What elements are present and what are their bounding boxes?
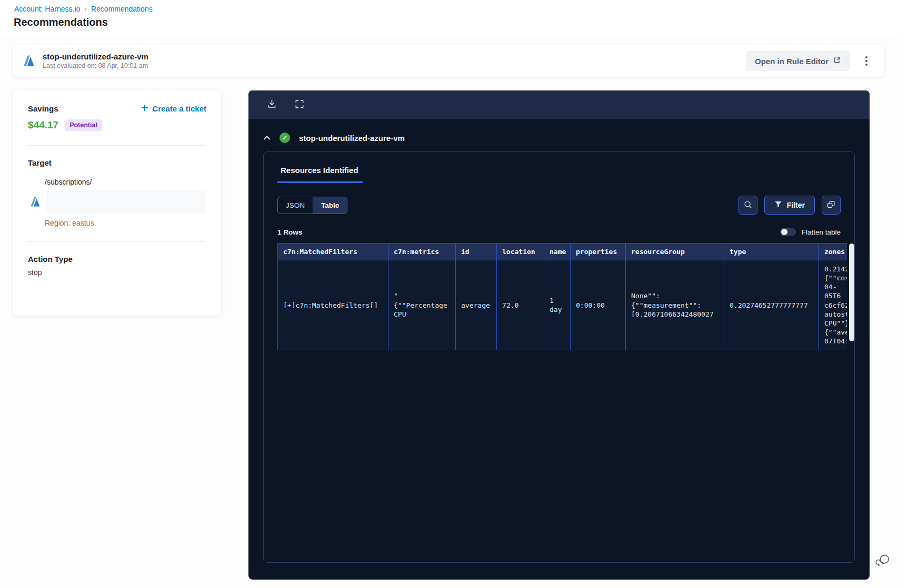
filter-icon [774, 200, 782, 210]
table-cell: 0.20274652777777777 [724, 260, 819, 350]
fullscreen-icon [294, 99, 305, 111]
tab-resources-identified[interactable]: Resources Identified [277, 165, 363, 183]
flatten-table-toggle[interactable] [780, 228, 796, 236]
table-header-row: c7n:MatchedFilters c7n:metrics id locati… [278, 244, 847, 260]
azure-icon [22, 54, 36, 68]
create-ticket-button[interactable]: Create a ticket [141, 104, 206, 113]
column-header: properties [571, 244, 626, 260]
create-ticket-label: Create a ticket [152, 104, 206, 113]
divider [28, 145, 206, 146]
breadcrumb-account-link[interactable]: Account: Harness.io [14, 5, 80, 13]
details-card: Savings Create a ticket $44.17 Potential… [13, 90, 221, 316]
target-region: Region: eastus [45, 219, 206, 227]
table-cell: 0:00:00 [571, 260, 626, 350]
resources-card: Resources Identified JSON Table [263, 151, 855, 563]
download-icon [266, 98, 277, 111]
column-header: c7n:metrics [388, 244, 456, 260]
recommendation-last-evaluated: Last evaluated on: 08 Apr, 10:01 am [43, 62, 148, 70]
breadcrumb-separator-icon: › [84, 5, 87, 13]
target-path: /subscriptions/ [45, 178, 206, 186]
download-button[interactable] [266, 98, 277, 111]
breadcrumb: Account: Harness.io › Recommendations [14, 5, 153, 13]
kebab-menu-button[interactable] [857, 52, 875, 70]
chevron-up-icon [263, 134, 271, 142]
page-title: Recommendations [14, 16, 108, 28]
filter-button[interactable]: Filter [764, 196, 815, 215]
recommendation-title: stop-underutilized-azure-vm [43, 52, 148, 62]
column-header: resourceGroup [626, 244, 724, 260]
search-icon [743, 200, 753, 211]
plus-icon [141, 104, 148, 113]
recommendation-title-block: stop-underutilized-azure-vm Last evaluat… [43, 52, 148, 70]
table-cell: 0.21423 {""cost 04-05T6 c6cf625 autosto … [819, 260, 847, 350]
chat-bubbles-icon [874, 563, 891, 571]
collapse-button[interactable] [263, 134, 271, 142]
table-cell: 1 day [544, 260, 571, 350]
target-label: Target [28, 158, 206, 167]
column-header: id [456, 244, 497, 260]
column-header: type [724, 244, 819, 260]
divider [28, 241, 206, 242]
open-rule-editor-button[interactable]: Open in Rule Editor [746, 51, 850, 71]
rule-header-row: ✓ stop-underutilized-azure-vm [248, 119, 870, 143]
action-type-value: stop [28, 268, 206, 277]
column-header: c7n:MatchedFilters [278, 244, 388, 260]
table-cell: 72.0 [497, 260, 544, 350]
search-button[interactable] [739, 196, 757, 215]
column-header: zones [819, 244, 847, 260]
target-redacted-block [46, 190, 206, 214]
results-table-zone: c7n:MatchedFilters c7n:metrics id locati… [277, 243, 841, 350]
copy-icon [826, 200, 836, 211]
column-header: location [497, 244, 544, 260]
open-rule-editor-label: Open in Rule Editor [755, 57, 829, 66]
table-cell: average [456, 260, 497, 350]
external-link-icon [833, 56, 841, 66]
table-cell: " {""Percentage CPU [388, 260, 456, 350]
view-toggle-table[interactable]: Table [313, 197, 347, 214]
view-toggle-json[interactable]: JSON [278, 197, 313, 214]
filter-label: Filter [787, 201, 805, 209]
resources-table: c7n:MatchedFilters c7n:metrics id locati… [277, 243, 847, 350]
savings-label: Savings [28, 104, 58, 113]
action-type-label: Action Type [28, 255, 206, 263]
copy-button[interactable] [822, 196, 841, 215]
azure-icon [29, 196, 42, 208]
rows-count: 1 Rows [277, 228, 302, 236]
rule-name: stop-underutilized-azure-vm [299, 134, 405, 143]
success-check-icon: ✓ [280, 133, 290, 143]
savings-amount: $44.17 [28, 119, 58, 131]
flatten-table-label: Flatten table [802, 228, 841, 236]
column-header: name [544, 244, 571, 260]
matched-filters-expand-link[interactable]: [+]c7n:MatchedFilters[] [278, 260, 388, 350]
potential-badge: Potential [65, 119, 102, 131]
fullscreen-button[interactable] [294, 99, 305, 111]
feedback-chat-button[interactable] [874, 552, 892, 570]
results-panel: ✓ stop-underutilized-azure-vm Resources … [248, 90, 870, 580]
content-area: stop-underutilized-azure-vm Last evaluat… [0, 35, 898, 588]
recommendation-header-card: stop-underutilized-azure-vm Last evaluat… [13, 45, 884, 77]
recommendations-page: Account: Harness.io › Recommendations Re… [0, 0, 898, 588]
table-row: [+]c7n:MatchedFilters[] " {""Percentage … [278, 260, 847, 350]
view-toggle: JSON Table [277, 197, 347, 214]
table-cell: None"": {""measurement"": [0.20671066342… [626, 260, 724, 350]
results-toolbar [248, 90, 870, 119]
table-scrollbar[interactable] [849, 244, 854, 341]
breadcrumb-recommendations-link[interactable]: Recommendations [91, 5, 153, 13]
